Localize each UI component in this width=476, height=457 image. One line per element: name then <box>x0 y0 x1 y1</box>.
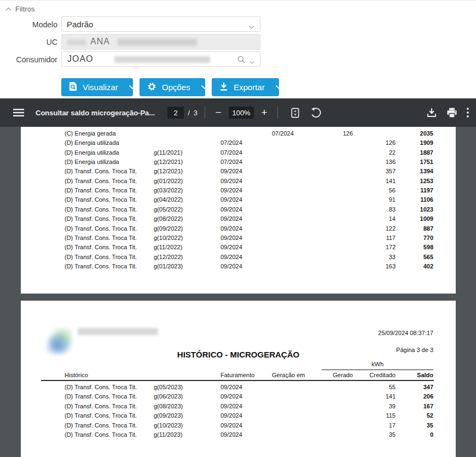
table-cell: 09/2024 <box>220 403 242 410</box>
more-options-icon[interactable] <box>467 108 469 118</box>
zoom-level-input[interactable]: 100% <box>229 107 254 119</box>
table-cell: 09/2024 <box>220 215 242 222</box>
zoom-in-button[interactable]: + <box>258 107 270 119</box>
opcoes-button[interactable]: Opções <box>140 78 205 96</box>
table-cell: g(09/2023) <box>154 412 183 419</box>
table-cell: 35 <box>397 422 433 429</box>
table-cell: 52 <box>397 412 433 419</box>
table-cell: 09/2024 <box>220 384 242 391</box>
table-cell: 09/2024 <box>220 412 242 419</box>
document-title: Consultar saldo microgeração-Pa... <box>36 109 155 117</box>
table-cell: 91 <box>359 196 396 203</box>
pdf-page-2: (C) Energia gerada07/20241262035(D) Ener… <box>21 127 456 294</box>
table-cell: 1909 <box>397 139 433 147</box>
table-row: (D) Transf. Cons. Troca Tit.g(04/2022)09… <box>21 196 456 203</box>
page-divider: / <box>188 109 190 117</box>
table-cell: g(04/2022) <box>154 196 183 203</box>
table-cell: 09/2024 <box>220 244 242 251</box>
table-cell: (D) Transf. Cons. Troca Tit. <box>65 263 137 270</box>
table-row: (D) Energia utilizadag(12/2021)07/202413… <box>21 159 456 166</box>
filters-header[interactable]: Filtros <box>5 5 34 13</box>
table-cell: 09/2024 <box>220 422 242 429</box>
table-cell: 141 <box>359 178 396 185</box>
table-row: (D) Transf. Cons. Troca Tit.g(08/2022)09… <box>21 215 456 222</box>
table-cell: 09/2024 <box>220 168 242 175</box>
table-cell: 56 <box>359 187 396 194</box>
table-cell: 09/2024 <box>220 196 242 203</box>
consumidor-value: JOAO <box>67 54 94 64</box>
uc-label: UC <box>0 38 57 46</box>
page-count: 3 <box>194 109 198 117</box>
fit-to-page-icon[interactable] <box>290 108 300 118</box>
rotate-icon[interactable] <box>310 107 321 118</box>
visualizar-button[interactable]: Visualizar <box>61 78 133 96</box>
filters-title: Filtros <box>15 5 34 13</box>
page-number-input[interactable]: 2 <box>167 107 184 119</box>
table-cell: (D) Transf. Cons. Troca Tit. <box>65 422 137 429</box>
table-cell: 1887 <box>397 149 433 156</box>
table-cell: 117 <box>359 235 396 242</box>
kwh-group-rule <box>322 370 433 370</box>
table-cell: g(08/2022) <box>154 215 183 222</box>
table-cell: 14 <box>359 215 396 222</box>
table-cell: 1197 <box>397 187 433 194</box>
table-cell: g(01/2023) <box>154 263 183 270</box>
table-cell: Saldo <box>397 372 433 379</box>
chevron-down-icon[interactable] <box>248 22 255 32</box>
table-cell: 347 <box>397 384 433 391</box>
opcoes-label: Opções <box>162 83 190 92</box>
redacted-text <box>114 56 210 63</box>
search-icon[interactable] <box>237 55 246 66</box>
consumidor-label: Consumidor <box>0 55 57 64</box>
uc-field[interactable]: ANA <box>61 34 260 50</box>
table-cell: g(05/2022) <box>154 206 183 213</box>
table-cell: (D) Transf. Cons. Troca Tit. <box>65 187 137 194</box>
redacted-text <box>118 39 197 46</box>
print-icon[interactable] <box>446 108 457 118</box>
table-cell: g(09/2022) <box>154 225 183 232</box>
table-cell: 09/2024 <box>220 393 242 400</box>
table-cell: 07/2024 <box>220 159 242 166</box>
modelo-select[interactable]: Padrão <box>61 16 260 32</box>
exportar-dropdown[interactable] <box>270 85 289 90</box>
table-cell: 136 <box>359 159 396 166</box>
table-cell: Creditado <box>359 372 396 379</box>
table-cell: 122 <box>359 225 396 232</box>
table-row: (D) Transf. Cons. Troca Tit.g(08/2023)09… <box>21 403 456 410</box>
table-cell: 09/2024 <box>220 254 242 261</box>
pdf-toolbar: Consultar saldo microgeração-Pa... 2 / 3… <box>0 98 476 127</box>
table-row: (D) Transf. Cons. Troca Tit.g(10/2023)09… <box>21 422 456 429</box>
menu-icon[interactable] <box>13 109 24 116</box>
kwh-unit-label: kWh <box>322 361 433 367</box>
report-title: HISTÓRICO - MICROGERAÇÃO <box>21 350 456 359</box>
table-cell: 126 <box>359 139 396 147</box>
table-row: (D) Transf. Cons. Troca Tit.g(06/2023)09… <box>21 393 456 400</box>
pdf-page-3: 25/09/2024 08:37:17 Página 3 de 3 HISTÓR… <box>21 301 456 457</box>
table-cell: Gerado <box>316 372 353 379</box>
table-cell: 598 <box>397 244 433 251</box>
table-cell: 2035 <box>397 130 433 137</box>
table-cell: g(10/2023) <box>154 422 183 429</box>
table-cell: 09/2024 <box>220 263 242 270</box>
table-cell: 770 <box>397 235 433 242</box>
table-row: (C) Energia gerada07/20241262035 <box>21 130 456 137</box>
chevron-down-icon[interactable] <box>249 57 255 67</box>
table-cell: g(03/2022) <box>154 187 183 194</box>
table-cell: g(11/2021) <box>154 149 182 156</box>
table-row: (D) Transf. Cons. Troca Tit.g(05/2023)09… <box>21 384 456 391</box>
download-icon[interactable] <box>426 107 437 118</box>
table-cell: (D) Transf. Cons. Troca Tit. <box>65 403 137 410</box>
table-cell: 07/2024 <box>220 149 242 156</box>
pdf-content[interactable]: (C) Energia gerada07/20241262035(D) Ener… <box>0 127 476 457</box>
table-cell: 206 <box>397 393 433 400</box>
table-cell: 172 <box>359 244 396 251</box>
exportar-button[interactable]: Exportar <box>212 78 279 96</box>
table-cell: 565 <box>397 254 433 261</box>
consumidor-field[interactable]: JOAO <box>61 51 260 67</box>
zoom-out-button[interactable]: − <box>212 107 224 119</box>
filters-panel: Filtros Modelo Padrão UC ANA Consumidor … <box>0 0 476 98</box>
table-cell: (D) Transf. Cons. Troca Tit. <box>65 215 137 222</box>
table-cell: 126 <box>316 130 353 137</box>
table-cell: (D) Energia utilizada <box>65 139 119 147</box>
table-cell: (D) Transf. Cons. Troca Tit. <box>65 393 137 400</box>
